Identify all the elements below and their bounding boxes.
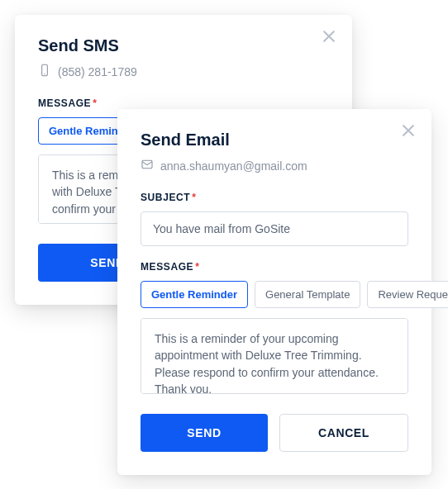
svg-rect-6 <box>142 160 152 168</box>
recipient-phone: (858) 281-1789 <box>58 65 137 78</box>
message-label: MESSAGE* <box>38 97 329 109</box>
subject-input[interactable] <box>141 211 408 246</box>
template-gentle-reminder[interactable]: Gentle Reminder <box>141 281 248 308</box>
close-icon[interactable] <box>321 28 337 45</box>
message-label: MESSAGE* <box>141 261 408 273</box>
modal-title: Send Email <box>141 131 408 150</box>
send-email-modal: Send Email anna.shaumyan@gmail.com SUBJE… <box>117 109 431 475</box>
template-review-request[interactable]: Review Request <box>367 281 448 308</box>
send-button[interactable]: SEND <box>141 414 268 452</box>
template-chip-row: Gentle Reminder General Template Review … <box>141 281 408 308</box>
envelope-icon <box>141 158 154 173</box>
recipient-row: (858) 281-1789 <box>38 64 329 79</box>
close-icon[interactable] <box>400 122 417 139</box>
subject-label: SUBJECT* <box>141 192 408 203</box>
phone-icon <box>38 64 51 79</box>
modal-title: Send SMS <box>38 36 329 55</box>
recipient-email: anna.shaumyan@gmail.com <box>160 159 307 173</box>
recipient-row: anna.shaumyan@gmail.com <box>141 158 408 173</box>
button-row: SEND CANCEL <box>141 414 408 452</box>
template-general[interactable]: General Template <box>255 281 360 308</box>
cancel-button[interactable]: CANCEL <box>279 414 408 452</box>
message-body[interactable] <box>141 318 408 394</box>
